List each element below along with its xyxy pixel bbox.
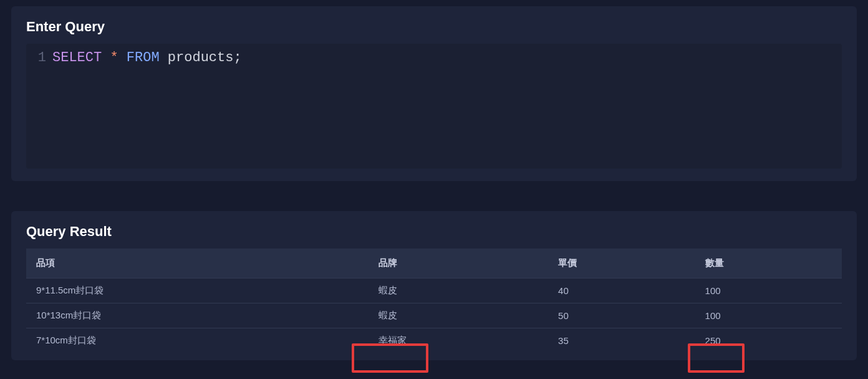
code-line: 1 SELECT * FROM products; <box>34 49 834 68</box>
cell: 9*11.5cm封口袋 <box>26 278 369 303</box>
query-panel-title: Enter Query <box>26 19 842 35</box>
identifier-products: products <box>168 50 234 66</box>
col-header: 品項 <box>26 249 369 278</box>
cell: 40 <box>548 278 695 303</box>
code-content[interactable]: SELECT * FROM products; <box>52 49 242 68</box>
keyword-from: FROM <box>127 50 160 66</box>
cell: 100 <box>695 278 842 303</box>
sql-editor[interactable]: 1 SELECT * FROM products; <box>26 44 842 169</box>
cell: 35 <box>548 328 695 353</box>
line-number: 1 <box>34 49 46 68</box>
cell: 幸福家 <box>369 328 548 353</box>
table-row: 10*13cm封口袋 蝦皮 50 100 <box>26 303 842 328</box>
result-table: 品項 品牌 單價 數量 9*11.5cm封口袋 蝦皮 40 100 10*13c… <box>26 249 842 353</box>
keyword-select: SELECT <box>52 50 102 66</box>
col-header: 單價 <box>548 249 695 278</box>
col-header: 品牌 <box>369 249 548 278</box>
semicolon: ; <box>233 50 241 66</box>
result-panel-title: Query Result <box>26 224 842 240</box>
cell: 100 <box>695 303 842 328</box>
result-panel: Query Result 品項 品牌 單價 數量 9*11.5cm封口袋 蝦皮 … <box>11 211 857 360</box>
table-header-row: 品項 品牌 單價 數量 <box>26 249 842 278</box>
cell: 250 <box>695 328 842 353</box>
cell: 蝦皮 <box>369 303 548 328</box>
table-row: 7*10cm封口袋 幸福家 35 250 <box>26 328 842 353</box>
table-row: 9*11.5cm封口袋 蝦皮 40 100 <box>26 278 842 303</box>
cell: 蝦皮 <box>369 278 548 303</box>
cell: 7*10cm封口袋 <box>26 328 369 353</box>
cell: 10*13cm封口袋 <box>26 303 369 328</box>
query-panel: Enter Query 1 SELECT * FROM products; <box>11 6 857 181</box>
col-header: 數量 <box>695 249 842 278</box>
cell: 50 <box>548 303 695 328</box>
keyword-star: * <box>110 50 118 66</box>
